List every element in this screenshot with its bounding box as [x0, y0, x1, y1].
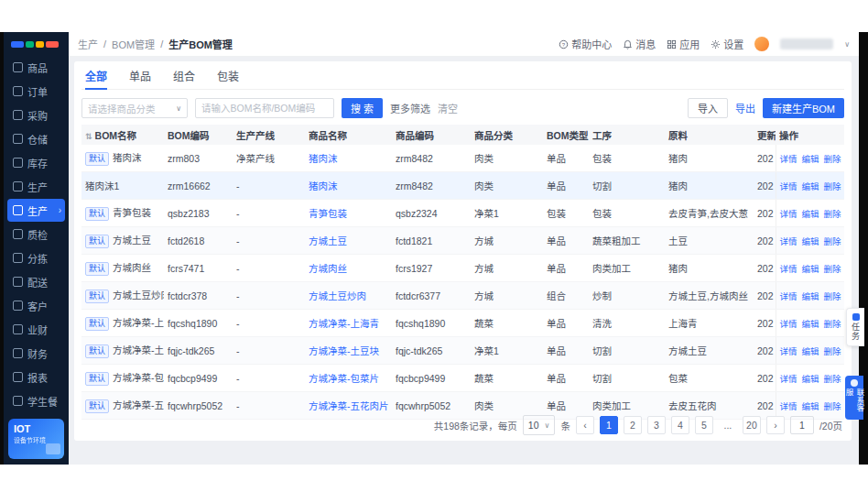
detail-link[interactable]: 详情 [780, 264, 797, 274]
sidebar-item-0[interactable]: 商品 [7, 56, 65, 79]
product-link[interactable]: 方城土豆炒肉 [309, 290, 366, 301]
detail-link[interactable]: 详情 [780, 291, 797, 301]
product-link[interactable]: 青笋包装 [309, 208, 347, 219]
edit-link[interactable]: 编辑 [802, 154, 819, 164]
page-button-20[interactable]: 20 [743, 416, 761, 434]
product-link[interactable]: 方城净菜-上海青 [309, 318, 379, 329]
page-button-5[interactable]: 5 [695, 416, 713, 434]
clear-filters-link[interactable]: 清空 [438, 101, 458, 115]
edit-link[interactable]: 编辑 [802, 264, 819, 274]
sidebar-item-1[interactable]: 订单 [7, 80, 65, 103]
column-header-10[interactable]: 操作 [776, 125, 844, 145]
edit-link[interactable]: 编辑 [802, 236, 819, 246]
column-header-7[interactable]: 工序 [589, 125, 665, 145]
sidebar-item-9[interactable]: 配送 [7, 270, 65, 293]
import-button[interactable]: 导入 [688, 98, 728, 118]
search-button[interactable]: 搜 索 [342, 98, 383, 118]
product-link[interactable]: 方城肉丝 [309, 263, 347, 274]
edit-link[interactable]: 编辑 [802, 181, 819, 191]
tab-3[interactable]: 包装 [217, 61, 239, 89]
chevron-down-icon[interactable]: ∨ [844, 40, 850, 49]
column-header-5[interactable]: 商品分类 [471, 125, 543, 145]
column-header-4[interactable]: 商品编码 [392, 125, 471, 145]
tab-1[interactable]: 单品 [129, 61, 151, 89]
customer-service-float-button[interactable]: 联系客服 [845, 376, 863, 420]
product-link[interactable]: 方城净菜-包菜片 [309, 373, 379, 384]
sort-icon[interactable]: ⇅ [85, 132, 92, 141]
delete-link[interactable]: 删除 [824, 291, 841, 301]
topbar-action-bell[interactable]: 消息 [623, 37, 656, 51]
delete-link[interactable]: 删除 [824, 236, 841, 246]
sidebar-item-7[interactable]: 质检 [7, 223, 65, 246]
sidebar-item-4[interactable]: 库存 [7, 151, 65, 174]
delete-link[interactable]: 删除 [824, 264, 841, 274]
edit-link[interactable]: 编辑 [802, 209, 819, 219]
column-header-8[interactable]: 原料 [665, 125, 754, 145]
product-link[interactable]: 猪肉沫 [309, 180, 338, 191]
detail-link[interactable]: 详情 [780, 374, 797, 384]
breadcrumb-item-0[interactable]: 生产 [78, 37, 98, 51]
edit-link[interactable]: 编辑 [802, 291, 819, 301]
page-button-1[interactable]: 1 [600, 416, 618, 434]
topbar-action-grid[interactable]: 应用 [667, 37, 700, 51]
prev-page-button[interactable]: ‹ [576, 416, 594, 434]
detail-link[interactable]: 详情 [780, 154, 797, 164]
column-header-9[interactable]: 更新时间 [754, 125, 776, 145]
column-header-1[interactable]: BOM编码 [164, 125, 233, 145]
next-page-button[interactable]: › [766, 416, 785, 434]
detail-link[interactable]: 详情 [780, 319, 797, 329]
delete-link[interactable]: 删除 [824, 154, 841, 164]
product-link[interactable]: 方城土豆 [309, 235, 347, 246]
delete-link[interactable]: 删除 [824, 374, 841, 384]
delete-link[interactable]: 删除 [824, 401, 841, 411]
product-link[interactable]: 方城净菜-土豆块 [309, 345, 379, 356]
create-bom-button[interactable]: 新建生产BOM [763, 98, 844, 118]
task-float-button[interactable]: 任务 [846, 308, 864, 346]
sidebar-item-11[interactable]: 业财 [7, 318, 65, 341]
sidebar-item-12[interactable]: 财务 [7, 342, 65, 365]
detail-link[interactable]: 详情 [780, 209, 797, 219]
detail-link[interactable]: 详情 [780, 346, 797, 356]
tab-2[interactable]: 组合 [173, 61, 195, 89]
column-header-2[interactable]: 生产产线 [233, 125, 305, 145]
product-link[interactable]: 猪肉沫 [309, 153, 338, 164]
tab-0[interactable]: 全部 [85, 61, 107, 89]
sidebar-item-5[interactable]: 生产 [7, 175, 65, 198]
page-size-select[interactable]: 10 ∨ [523, 415, 556, 435]
page-jump-input[interactable]: 1 [790, 416, 814, 434]
delete-link[interactable]: 删除 [824, 346, 841, 356]
sidebar-item-14[interactable]: 学生餐 [7, 389, 65, 412]
sidebar-item-6[interactable]: 生产› [7, 199, 65, 222]
avatar[interactable] [754, 37, 769, 51]
product-link[interactable]: 方城净菜-五花肉片 [309, 400, 389, 411]
breadcrumb-item-1[interactable]: BOM管理 [112, 37, 155, 51]
delete-link[interactable]: 删除 [824, 319, 841, 329]
detail-link[interactable]: 详情 [780, 401, 797, 411]
category-select[interactable]: 请选择商品分类 ∨ [81, 98, 188, 118]
detail-link[interactable]: 详情 [780, 236, 797, 246]
delete-link[interactable]: 删除 [824, 181, 841, 191]
detail-link[interactable]: 详情 [780, 181, 797, 191]
edit-link[interactable]: 编辑 [802, 374, 819, 384]
export-button[interactable]: 导出 [735, 101, 755, 115]
topbar-action-help[interactable]: ?帮助中心 [559, 37, 612, 51]
keyword-input[interactable] [195, 98, 334, 118]
sidebar-item-13[interactable]: 报表 [7, 366, 65, 388]
edit-link[interactable]: 编辑 [802, 319, 819, 329]
sidebar-item-2[interactable]: 采购 [7, 104, 65, 126]
sidebar-item-8[interactable]: 分拣 [7, 246, 65, 269]
column-header-0[interactable]: ⇅BOM名称 [81, 125, 164, 145]
sidebar-item-3[interactable]: 仓储 [7, 127, 65, 150]
edit-link[interactable]: 编辑 [802, 401, 819, 411]
page-button-2[interactable]: 2 [624, 416, 642, 434]
sidebar-item-10[interactable]: 客户 [7, 294, 65, 317]
edit-link[interactable]: 编辑 [802, 346, 819, 356]
column-header-6[interactable]: BOM类型 [543, 125, 589, 145]
page-button-4[interactable]: 4 [671, 416, 689, 434]
column-header-3[interactable]: 商品名称 [305, 125, 392, 145]
topbar-action-gear[interactable]: 设置 [711, 37, 743, 51]
iot-env-card[interactable]: IOT 设备节环境 [8, 419, 64, 459]
more-filters-link[interactable]: 更多筛选 [390, 101, 430, 115]
delete-link[interactable]: 删除 [824, 209, 841, 219]
page-button-3[interactable]: 3 [647, 416, 666, 434]
